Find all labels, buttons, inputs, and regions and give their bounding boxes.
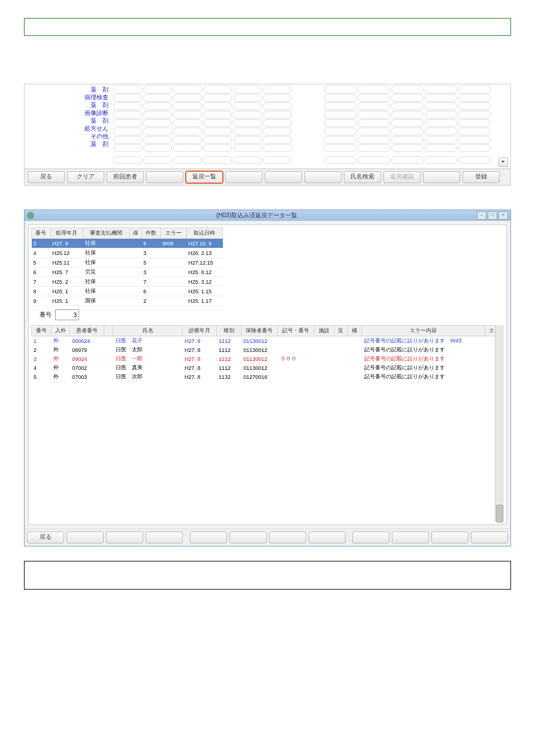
category-label: 薬 剤 (25, 86, 108, 93)
blank-button[interactable]: _ (471, 532, 508, 544)
prev-patient-button[interactable]: 前回患者 (107, 171, 144, 183)
column-header[interactable]: 保険者番号 (241, 326, 278, 336)
bottom-black-box (24, 561, 511, 590)
column-header[interactable]: 番号 (32, 228, 51, 239)
table-row[interactable]: 3外09024日医 一郎H27. 8111201130012５００記号番号の記載… (31, 354, 504, 363)
category-label: 薬 剤 (25, 117, 108, 125)
table-row[interactable]: 7H25. 2社保7H25. 3.12 (32, 277, 223, 287)
blank-button[interactable]: _ (265, 171, 302, 183)
blank-button[interactable]: _ (146, 171, 183, 183)
blank-button[interactable]: _ (190, 532, 227, 544)
scroll-thumb[interactable] (496, 505, 503, 523)
column-header[interactable]: 施設 (314, 326, 334, 336)
column-header[interactable]: エラー内容 (361, 326, 485, 336)
upper-toolbar: 戻る クリア 前回患者 _ 返戻一覧 _ _ _ 氏名検索 返戻確認 _ 登録 (25, 169, 510, 185)
window-back-button[interactable]: 戻る (27, 532, 64, 544)
table-row[interactable]: 4H25.12社保3H26. 2.13 (32, 248, 223, 258)
titlebar: (H03)取込み済返戻データ一覧 – □ × (25, 210, 510, 221)
column-header[interactable]: エラー (161, 228, 186, 239)
table-row[interactable]: 3H27. 9社保5W09H27.10. 5 (32, 239, 223, 248)
table-row[interactable]: 4外07002日医 真美H27. 8111201130012記号番号の記載に誤り… (31, 363, 504, 372)
table-row[interactable]: 2外08979日医 太郎H27. 8111201130012記号番号の記載に誤り… (31, 345, 504, 354)
top-green-box (24, 18, 511, 36)
blank-button[interactable]: _ (67, 532, 104, 544)
column-header[interactable]: 診療年月 (183, 326, 217, 336)
app-icon (27, 212, 34, 219)
cell-grid: ▸ (111, 84, 510, 168)
return-list-button[interactable]: 返戻一覧 (186, 171, 223, 183)
blank-button[interactable]: _ (225, 171, 262, 183)
summary-table[interactable]: 番号処理年月審査支払機関保件数エラー取込日時 3H27. 9社保5W09H27.… (31, 227, 223, 306)
blank-button[interactable]: _ (423, 171, 460, 183)
category-label: その他 (25, 132, 108, 140)
column-header[interactable]: 氏名 (113, 326, 183, 336)
table-row[interactable]: 1外000024日医 花子H27. 8111201130012記号番号の記載に誤… (31, 336, 504, 345)
return-data-window: (H03)取込み済返戻データ一覧 – □ × 番号処理年月審査支払機関保件数エラ… (24, 210, 511, 546)
scrollbar[interactable] (495, 325, 504, 522)
blank-button[interactable]: _ (229, 532, 267, 544)
table-row[interactable]: 5外07003日医 次郎H27. 8113201270016記号番号の記載に誤り… (31, 372, 504, 381)
category-labels: 薬 剤病理検査薬 剤画像診断薬 剤処方せんその他薬 剤 (25, 84, 111, 168)
column-header[interactable]: 補 (347, 326, 361, 336)
blank-button[interactable]: _ (392, 532, 429, 544)
blank-button[interactable]: _ (269, 532, 306, 544)
blank-button[interactable]: _ (146, 532, 183, 544)
blank-button[interactable]: _ (352, 532, 389, 544)
category-label: 画像診断 (25, 109, 108, 117)
blank-button[interactable]: _ (106, 532, 143, 544)
table-row[interactable]: 9H25. 1国保2H25. 1.17 (32, 296, 223, 306)
blank-button[interactable]: _ (309, 532, 346, 544)
column-header[interactable] (104, 326, 113, 336)
blank-button[interactable]: _ (304, 171, 341, 183)
column-header[interactable]: 取込日時 (186, 228, 222, 239)
register-button[interactable]: 登録 (463, 171, 500, 183)
column-header[interactable]: 種別 (217, 326, 241, 336)
category-label: 薬 剤 (25, 101, 108, 109)
back-button[interactable]: 戻る (28, 171, 65, 183)
column-header[interactable]: 審査支払機関 (83, 228, 129, 239)
category-label: 薬 剤 (25, 140, 108, 148)
minimize-icon[interactable]: – (477, 211, 486, 220)
column-header[interactable]: 災 (334, 326, 347, 336)
name-search-button[interactable]: 氏名検索 (344, 171, 381, 183)
column-header[interactable]: 保 (129, 228, 141, 239)
column-header[interactable]: 処理年月 (50, 228, 83, 239)
close-icon[interactable]: × (498, 211, 508, 220)
column-header[interactable]: 患者番号 (69, 326, 104, 336)
table-row[interactable]: 5H25.11社保5H27.12.15 (32, 258, 223, 268)
detail-table[interactable]: 番号入外患者番号氏名診療年月種別保険者番号記号・番号施設災補エラー内容エラ 1外… (31, 325, 504, 522)
table-row[interactable]: 6H25. 7労災3H25. 8.12 (32, 268, 223, 277)
column-header[interactable]: 記号・番号 (277, 326, 314, 336)
selected-no-label: 番号 (40, 311, 52, 319)
window-title: (H03)取込み済返戻データ一覧 (38, 211, 476, 220)
window-toolbar: 戻る _ _ _ _ _ _ _ _ _ _ _ (25, 529, 510, 546)
upper-panel: 薬 剤病理検査薬 剤画像診断薬 剤処方せんその他薬 剤 ▸ 戻る クリア 前回患… (24, 84, 511, 186)
category-label: 処方せん (25, 125, 108, 132)
scroll-right-icon[interactable]: ▸ (498, 157, 508, 167)
return-confirm-button: 返戻確認 (383, 171, 421, 183)
maximize-icon[interactable]: □ (488, 211, 497, 220)
category-label: 病理検査 (25, 93, 108, 101)
column-header[interactable]: 件数 (141, 228, 161, 239)
clear-button[interactable]: クリア (67, 171, 104, 183)
column-header[interactable]: 入外 (51, 326, 69, 336)
blank-button[interactable]: _ (431, 532, 468, 544)
table-row[interactable]: 8H25. 1社保6H25. 1.15 (32, 287, 223, 296)
column-header[interactable]: 番号 (32, 326, 52, 336)
selected-no-input[interactable] (55, 309, 79, 320)
